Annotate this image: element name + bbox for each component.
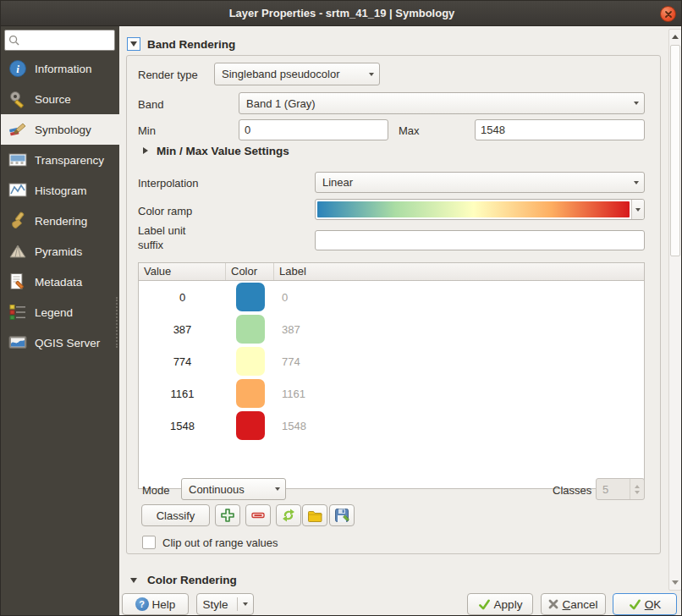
table-row[interactable]: 774 774: [139, 345, 644, 377]
ok-button[interactable]: OK: [613, 593, 677, 615]
color-ramp-select[interactable]: [315, 199, 645, 220]
sidebar-item-label: Source: [35, 93, 71, 106]
render-type-select[interactable]: Singleband pseudocolor: [214, 63, 380, 85]
apply-button[interactable]: Apply: [467, 593, 533, 615]
sidebar-item-symbology[interactable]: Symbology: [1, 114, 119, 145]
table-row[interactable]: 0 0: [139, 281, 644, 313]
minus-icon: [250, 508, 266, 523]
row-label: 1161: [274, 388, 644, 400]
x-icon: [548, 599, 558, 609]
color-swatch[interactable]: [236, 283, 265, 311]
qgis-server-icon: [7, 333, 28, 353]
sidebar-search-input[interactable]: [23, 32, 107, 49]
swap-arrows-icon: [281, 508, 296, 523]
scrollbar-down-button[interactable]: [669, 576, 681, 589]
load-minmax-button[interactable]: [276, 504, 301, 526]
max-input[interactable]: [475, 119, 645, 140]
classes-value: 5: [597, 483, 630, 496]
band-rendering-collapse-button[interactable]: [127, 37, 140, 51]
sidebar-item-metadata[interactable]: Metadata: [1, 267, 119, 297]
symbology-panel: Band Rendering Render type Singleband ps…: [119, 26, 682, 616]
vertical-scrollbar[interactable]: [668, 29, 682, 591]
column-header-color[interactable]: Color: [226, 263, 274, 280]
plus-icon: [220, 508, 235, 523]
table-row[interactable]: 1161 1161: [139, 377, 644, 410]
add-value-button[interactable]: [215, 504, 240, 526]
chevron-down-icon: [634, 181, 639, 184]
apply-label: Apply: [494, 598, 523, 611]
sidebar-splitter-handle[interactable]: [116, 297, 118, 348]
min-input[interactable]: [239, 119, 388, 140]
color-swatch[interactable]: [236, 411, 265, 440]
scroll-down-icon: [672, 580, 679, 585]
pyramids-icon: [7, 241, 28, 261]
classify-label: Classify: [157, 509, 195, 522]
mode-label: Mode: [142, 484, 170, 497]
sidebar-item-label: Transparency: [35, 154, 104, 167]
style-label: Style: [202, 598, 228, 611]
color-rendering-title[interactable]: Color Rendering: [147, 574, 237, 586]
sidebar-nav: i Information Source Symbology: [1, 53, 119, 358]
minmax-settings-title[interactable]: Min / Max Value Settings: [157, 145, 289, 157]
collapse-right-icon[interactable]: [143, 147, 148, 154]
sidebar-item-qgis-server[interactable]: QGIS Server: [1, 327, 119, 358]
chevron-down-icon: [243, 602, 248, 606]
band-select[interactable]: Band 1 (Gray): [239, 92, 645, 114]
chevron-down-icon: [634, 102, 639, 105]
color-ramp-dropdown-button[interactable]: [631, 200, 644, 219]
render-type-label: Render type: [138, 69, 198, 81]
label-unit-suffix-input[interactable]: [315, 230, 645, 250]
sidebar-item-label: Rendering: [35, 215, 87, 228]
sidebar-item-transparency[interactable]: Transparency: [1, 145, 119, 175]
source-icon: [7, 89, 28, 109]
classes-spinner[interactable]: 5: [596, 478, 645, 500]
collapse-down-icon: [130, 41, 137, 47]
mode-select[interactable]: Continuous: [181, 478, 286, 500]
color-swatch[interactable]: [236, 315, 265, 344]
clip-out-of-range-checkbox[interactable]: [142, 536, 156, 549]
cancel-button[interactable]: Cancel: [541, 593, 606, 615]
titlebar[interactable]: Layer Properties - srtm_41_19 | Symbolog…: [1, 1, 682, 26]
symbology-icon: [7, 119, 28, 140]
close-button[interactable]: [660, 6, 676, 22]
column-header-value[interactable]: Value: [139, 263, 226, 280]
classify-button[interactable]: Classify: [141, 504, 210, 526]
load-color-map-button[interactable]: [302, 504, 327, 526]
scrollbar-thumb[interactable]: [670, 45, 680, 256]
column-header-label[interactable]: Label: [274, 263, 644, 280]
sidebar-item-label: Pyramids: [35, 245, 82, 258]
spinner-arrows[interactable]: [630, 479, 644, 499]
save-color-map-button[interactable]: [329, 504, 355, 526]
sidebar-item-legend[interactable]: Legend: [1, 297, 119, 327]
sidebar-item-information[interactable]: i Information: [1, 53, 119, 84]
remove-value-button[interactable]: [245, 504, 271, 526]
band-rendering-title: Band Rendering: [147, 38, 235, 51]
sidebar: i Information Source Symbology: [1, 26, 119, 616]
legend-icon: [7, 302, 28, 322]
scrollbar-up-button[interactable]: [669, 30, 681, 43]
window-title: Layer Properties - srtm_41_19 | Symbolog…: [1, 1, 682, 26]
color-ramp-label: Color ramp: [138, 205, 192, 217]
dialog-button-bar: ? Help Style Apply Cancel OK: [119, 591, 682, 616]
band-value: Band 1 (Gray): [246, 97, 634, 110]
color-swatch[interactable]: [236, 347, 265, 376]
table-row[interactable]: 387 387: [139, 313, 644, 345]
histogram-icon: [7, 180, 28, 201]
sidebar-item-histogram[interactable]: Histogram: [1, 175, 119, 206]
style-dropdown-button[interactable]: Style: [196, 593, 254, 615]
sidebar-item-rendering[interactable]: Rendering: [1, 206, 119, 236]
min-label: Min: [138, 124, 156, 137]
close-icon: [664, 10, 673, 19]
color-swatch[interactable]: [236, 379, 265, 408]
help-icon: ?: [135, 597, 149, 611]
table-row[interactable]: 1548 1548: [139, 410, 644, 442]
collapse-down-icon[interactable]: [130, 578, 137, 583]
help-button[interactable]: ? Help: [122, 593, 189, 615]
interpolation-select[interactable]: Linear: [315, 172, 645, 193]
sidebar-item-pyramids[interactable]: Pyramids: [1, 236, 119, 267]
sidebar-search[interactable]: [4, 30, 115, 51]
sidebar-item-source[interactable]: Source: [1, 84, 119, 114]
row-label: 387: [274, 323, 644, 336]
chevron-down-icon: [369, 73, 374, 76]
folder-icon: [307, 508, 322, 523]
